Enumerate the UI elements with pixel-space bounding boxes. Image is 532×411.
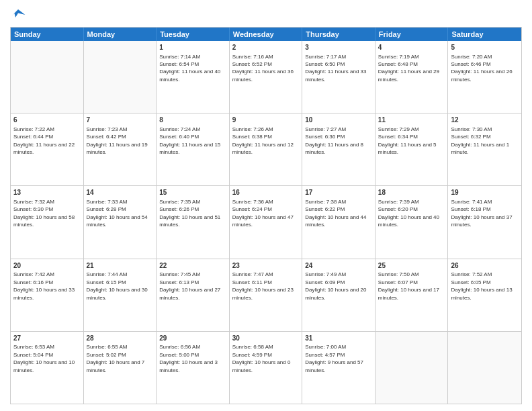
day-number: 17 [305,188,372,197]
day-info: Sunrise: 6:56 AM Sunset: 5:00 PM Dayligh… [159,344,218,373]
day-info: Sunrise: 7:44 AM Sunset: 6:15 PM Dayligh… [87,271,148,300]
day-info: Sunrise: 7:17 AM Sunset: 6:50 PM Dayligh… [305,54,366,83]
calendar-header-day: Monday [84,28,157,41]
calendar-cell: 1Sunrise: 7:14 AM Sunset: 6:54 PM Daylig… [157,41,230,113]
calendar-cell: 7Sunrise: 7:23 AM Sunset: 6:42 PM Daylig… [84,113,157,185]
day-info: Sunrise: 7:22 AM Sunset: 6:44 PM Dayligh… [13,126,75,155]
day-number: 29 [159,334,226,343]
day-number: 30 [232,334,300,343]
calendar-row: 20Sunrise: 7:42 AM Sunset: 6:16 PM Dayli… [11,259,521,332]
day-number: 23 [232,261,300,271]
day-number: 7 [87,116,154,125]
calendar-cell: 28Sunrise: 6:55 AM Sunset: 5:02 PM Dayli… [84,332,157,404]
day-info: Sunrise: 7:29 AM Sunset: 6:34 PM Dayligh… [378,126,437,155]
calendar-header-day: Thursday [302,28,375,41]
day-info: Sunrise: 7:36 AM Sunset: 6:24 PM Dayligh… [232,199,294,228]
page-header [10,7,522,23]
calendar-cell: 25Sunrise: 7:50 AM Sunset: 6:07 PM Dayli… [375,259,449,331]
calendar-cell [448,332,521,404]
calendar-cell: 13Sunrise: 7:32 AM Sunset: 6:30 PM Dayli… [11,186,84,258]
calendar-cell: 27Sunrise: 6:53 AM Sunset: 5:04 PM Dayli… [11,332,84,404]
day-number: 28 [87,334,154,343]
calendar-row: 6Sunrise: 7:22 AM Sunset: 6:44 PM Daylig… [11,113,521,186]
calendar-cell: 6Sunrise: 7:22 AM Sunset: 6:44 PM Daylig… [11,113,84,185]
calendar-cell: 15Sunrise: 7:35 AM Sunset: 6:26 PM Dayli… [157,186,230,258]
calendar-cell: 18Sunrise: 7:39 AM Sunset: 6:20 PM Dayli… [375,186,449,258]
day-number: 9 [232,116,300,125]
logo-bird-icon [10,7,26,23]
day-number: 31 [305,334,372,343]
day-number: 5 [451,43,519,52]
calendar-cell: 14Sunrise: 7:33 AM Sunset: 6:28 PM Dayli… [84,186,157,258]
day-info: Sunrise: 7:47 AM Sunset: 6:11 PM Dayligh… [232,271,294,300]
day-number: 3 [305,43,372,52]
day-info: Sunrise: 7:35 AM Sunset: 6:26 PM Dayligh… [159,199,220,228]
calendar-cell: 12Sunrise: 7:30 AM Sunset: 6:32 PM Dayli… [448,113,521,185]
calendar-cell: 29Sunrise: 6:56 AM Sunset: 5:00 PM Dayli… [157,332,230,404]
day-info: Sunrise: 6:55 AM Sunset: 5:02 PM Dayligh… [87,344,145,373]
day-info: Sunrise: 7:23 AM Sunset: 6:42 PM Dayligh… [87,126,148,155]
day-info: Sunrise: 6:58 AM Sunset: 4:59 PM Dayligh… [232,344,291,373]
day-number: 24 [305,261,372,271]
calendar-cell: 4Sunrise: 7:19 AM Sunset: 6:48 PM Daylig… [375,41,449,113]
calendar-cell: 20Sunrise: 7:42 AM Sunset: 6:16 PM Dayli… [11,259,84,331]
calendar-row: 27Sunrise: 6:53 AM Sunset: 5:04 PM Dayli… [11,332,521,404]
day-info: Sunrise: 7:19 AM Sunset: 6:48 PM Dayligh… [378,54,439,83]
day-number: 8 [159,116,226,125]
calendar-cell: 2Sunrise: 7:16 AM Sunset: 6:52 PM Daylig… [230,41,303,113]
day-info: Sunrise: 7:41 AM Sunset: 6:18 PM Dayligh… [451,199,512,228]
day-info: Sunrise: 7:39 AM Sunset: 6:20 PM Dayligh… [378,199,439,228]
day-info: Sunrise: 7:42 AM Sunset: 6:16 PM Dayligh… [13,271,75,300]
day-info: Sunrise: 7:38 AM Sunset: 6:22 PM Dayligh… [305,199,366,228]
day-number: 15 [159,188,226,197]
calendar: SundayMondayTuesdayWednesdayThursdayFrid… [10,27,522,404]
calendar-cell: 10Sunrise: 7:27 AM Sunset: 6:36 PM Dayli… [302,113,375,185]
day-number: 22 [159,261,226,271]
calendar-header: SundayMondayTuesdayWednesdayThursdayFrid… [11,28,521,41]
day-info: Sunrise: 7:14 AM Sunset: 6:54 PM Dayligh… [159,54,220,83]
day-number: 10 [305,116,372,125]
day-number: 13 [13,188,81,197]
day-number: 16 [232,188,300,197]
day-number: 4 [378,43,445,52]
calendar-cell: 3Sunrise: 7:17 AM Sunset: 6:50 PM Daylig… [302,41,375,113]
day-info: Sunrise: 7:50 AM Sunset: 6:07 PM Dayligh… [378,271,439,300]
day-number: 25 [378,261,445,271]
calendar-header-day: Friday [375,28,449,41]
calendar-cell: 9Sunrise: 7:26 AM Sunset: 6:38 PM Daylig… [230,113,303,185]
calendar-cell: 31Sunrise: 7:00 AM Sunset: 4:57 PM Dayli… [302,332,375,404]
calendar-cell: 21Sunrise: 7:44 AM Sunset: 6:15 PM Dayli… [84,259,157,331]
day-info: Sunrise: 7:24 AM Sunset: 6:40 PM Dayligh… [159,126,220,155]
calendar-cell: 8Sunrise: 7:24 AM Sunset: 6:40 PM Daylig… [157,113,230,185]
calendar-header-day: Wednesday [230,28,303,41]
day-info: Sunrise: 7:16 AM Sunset: 6:52 PM Dayligh… [232,54,294,83]
day-info: Sunrise: 7:32 AM Sunset: 6:30 PM Dayligh… [13,199,75,228]
calendar-cell [375,332,449,404]
calendar-cell [84,41,157,113]
calendar-cell: 5Sunrise: 7:20 AM Sunset: 6:46 PM Daylig… [448,41,521,113]
calendar-cell [11,41,84,113]
day-info: Sunrise: 7:49 AM Sunset: 6:09 PM Dayligh… [305,271,366,300]
logo [10,7,29,23]
day-info: Sunrise: 6:53 AM Sunset: 5:04 PM Dayligh… [13,344,75,373]
day-number: 20 [13,261,81,271]
day-info: Sunrise: 7:27 AM Sunset: 6:36 PM Dayligh… [305,126,363,155]
day-info: Sunrise: 7:45 AM Sunset: 6:13 PM Dayligh… [159,271,220,300]
calendar-cell: 11Sunrise: 7:29 AM Sunset: 6:34 PM Dayli… [375,113,449,185]
svg-marker-0 [11,9,26,17]
day-info: Sunrise: 7:33 AM Sunset: 6:28 PM Dayligh… [87,199,148,228]
day-info: Sunrise: 7:20 AM Sunset: 6:46 PM Dayligh… [451,54,512,83]
calendar-header-day: Saturday [448,28,521,41]
day-number: 2 [232,43,300,52]
calendar-cell: 30Sunrise: 6:58 AM Sunset: 4:59 PM Dayli… [230,332,303,404]
day-number: 14 [87,188,154,197]
calendar-cell: 26Sunrise: 7:52 AM Sunset: 6:05 PM Dayli… [448,259,521,331]
day-info: Sunrise: 7:26 AM Sunset: 6:38 PM Dayligh… [232,126,294,155]
calendar-row: 1Sunrise: 7:14 AM Sunset: 6:54 PM Daylig… [11,41,521,113]
day-info: Sunrise: 7:30 AM Sunset: 6:32 PM Dayligh… [451,126,509,155]
calendar-row: 13Sunrise: 7:32 AM Sunset: 6:30 PM Dayli… [11,186,521,259]
calendar-header-day: Tuesday [157,28,230,41]
calendar-cell: 19Sunrise: 7:41 AM Sunset: 6:18 PM Dayli… [448,186,521,258]
calendar-cell: 16Sunrise: 7:36 AM Sunset: 6:24 PM Dayli… [230,186,303,258]
calendar-body: 1Sunrise: 7:14 AM Sunset: 6:54 PM Daylig… [11,41,521,404]
